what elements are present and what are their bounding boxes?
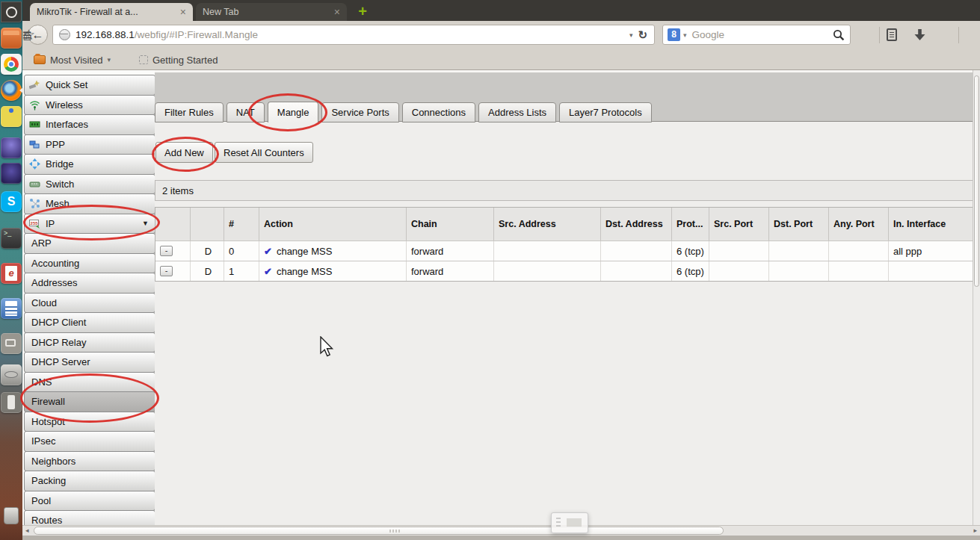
- horizontal-scrollbar-thumb[interactable]: [34, 527, 724, 535]
- dock-eclipse-icon[interactable]: [1, 137, 22, 158]
- bridge-icon: [29, 158, 40, 170]
- sidebar-item-neighbors[interactable]: Neighbors: [24, 451, 155, 472]
- vertical-scrollbar-thumb[interactable]: [974, 75, 979, 287]
- url-dropdown-icon[interactable]: ▾: [624, 31, 638, 39]
- dock-usb-drive-icon[interactable]: [1, 392, 22, 413]
- column-header: Src. Port: [709, 208, 769, 240]
- tab-layer7-protocols[interactable]: Layer7 Protocols: [559, 102, 652, 122]
- search-placeholder: Google: [692, 29, 725, 40]
- dock-sticky-notes-icon[interactable]: [1, 106, 22, 127]
- dock-document-viewer-icon[interactable]: e: [1, 263, 22, 284]
- sidebar-item-label: ARP: [31, 238, 52, 249]
- sidebar-item-label: DHCP Server: [31, 356, 90, 367]
- dock-files-folder-icon[interactable]: [1, 28, 22, 49]
- dock-chrome-icon[interactable]: [1, 54, 22, 75]
- new-tab-button[interactable]: +: [353, 3, 372, 21]
- sidebar-item-addresses[interactable]: Addresses: [24, 273, 155, 294]
- sidebar-item-label: Quick Set: [46, 79, 87, 90]
- row-action: ✔change MSS: [259, 241, 407, 261]
- dock-firefox-icon[interactable]: [1, 80, 22, 101]
- sidebar-item-label: Accounting: [31, 258, 79, 269]
- reset-all-counters-button[interactable]: Reset All Counters: [215, 142, 313, 163]
- check-icon: ✔: [264, 266, 272, 277]
- mouse-cursor: [320, 336, 335, 361]
- browser-tab-new-tab[interactable]: New Tab ×: [196, 3, 347, 21]
- row-in-interface: all ppp: [889, 241, 979, 261]
- sidebar-item-switch[interactable]: Switch: [24, 174, 155, 195]
- dock-hard-disk-icon[interactable]: [1, 364, 22, 385]
- search-input[interactable]: 8 ▾ Google: [662, 25, 851, 45]
- url-field[interactable]: 192.168.88.1 /webfig/#IP:Firewall.Mangle…: [52, 25, 655, 45]
- firewall-tabs: Filter Rules NAT Mangle Service Ports Co…: [155, 102, 652, 122]
- sidebar-item-ppp[interactable]: PPP: [24, 134, 155, 155]
- sidebar-item-dhcp-relay[interactable]: DHCP Relay: [24, 332, 155, 353]
- switch-icon: [29, 179, 40, 190]
- sidebar-item-packing[interactable]: Packing: [24, 471, 155, 491]
- dock-terminal-icon[interactable]: >_: [1, 228, 22, 249]
- sidebar-item-dhcp-server[interactable]: DHCP Server: [24, 352, 155, 373]
- row-src-port: [709, 241, 769, 261]
- search-icon[interactable]: [833, 29, 845, 41]
- scroll-left-arrow-icon[interactable]: ◂: [25, 526, 29, 536]
- dock-workspace-switcher-icon[interactable]: [1, 333, 22, 354]
- sidebar-item-bridge[interactable]: Bridge: [24, 154, 155, 175]
- search-engine-dropdown-icon[interactable]: ▾: [683, 31, 687, 39]
- reload-icon[interactable]: ↻: [638, 28, 654, 42]
- sidebar-item-label: Neighbors: [31, 456, 75, 467]
- browser-tab-title: New Tab: [203, 7, 328, 17]
- scrollbar-grip-icon: [389, 530, 401, 533]
- dock-trash-icon[interactable]: [1, 505, 22, 526]
- collapse-row-button[interactable]: -: [160, 266, 173, 276]
- browser-tab-mikrotik[interactable]: MikroTik - Firewall at a... ×: [30, 3, 193, 21]
- search-engine-icon[interactable]: 8: [668, 28, 680, 41]
- tab-service-ports[interactable]: Service Ports: [321, 102, 398, 122]
- table-row[interactable]: - D 1 ✔change MSS forward 6 (tcp): [155, 261, 979, 281]
- vertical-scrollbar[interactable]: [973, 70, 980, 536]
- sidebar-item-label: Wireless: [46, 99, 83, 111]
- bookmark-getting-started[interactable]: Getting Started: [139, 53, 218, 66]
- dock-skype-icon[interactable]: S: [1, 191, 22, 212]
- dock-libreoffice-writer-icon[interactable]: [1, 298, 22, 319]
- bookmarks-menu-icon[interactable]: [887, 28, 897, 41]
- dock-eclipse-alt-icon[interactable]: [1, 163, 22, 184]
- menu-icon[interactable]: ≡: [22, 26, 31, 44]
- sidebar-item-dhcp-client[interactable]: DHCP Client: [24, 312, 155, 333]
- tab-filter-rules[interactable]: Filter Rules: [155, 102, 224, 122]
- browser-nav-bar: ← 192.168.88.1 /webfig/#IP:Firewall.Mang…: [22, 21, 980, 49]
- firewall-content: Filter Rules NAT Mangle Service Ports Co…: [155, 70, 980, 540]
- column-header: Prot...: [672, 208, 709, 240]
- tab-address-lists[interactable]: Address Lists: [478, 102, 556, 122]
- webfig-sidebar: Quick Set Wireless Interfaces PPP Bridge…: [24, 75, 155, 530]
- bookmark-most-visited[interactable]: Most Visited ▾: [34, 53, 111, 66]
- sidebar-item-pool[interactable]: Pool: [24, 491, 155, 512]
- table-row[interactable]: - D 0 ✔change MSS forward 6 (tcp) all pp…: [155, 240, 979, 261]
- browser-chrome: MikroTik - Firewall at a... × New Tab × …: [22, 0, 980, 70]
- row-chain: forward: [407, 261, 494, 281]
- sidebar-item-cloud[interactable]: Cloud: [24, 293, 155, 314]
- close-icon[interactable]: ×: [334, 6, 340, 18]
- sidebar-item-accounting[interactable]: Accounting: [24, 253, 155, 274]
- dock-focused-arrow-icon: [19, 87, 23, 93]
- tab-connections[interactable]: Connections: [402, 102, 475, 122]
- sidebar-item-wireless[interactable]: Wireless: [24, 95, 155, 116]
- quickset-icon: [29, 79, 40, 90]
- sidebar-item-ipsec[interactable]: IPsec: [24, 431, 155, 452]
- close-icon[interactable]: ×: [180, 6, 186, 18]
- column-header: Chain: [407, 208, 494, 240]
- row-dst-address: [601, 241, 672, 261]
- horizontal-scrollbar[interactable]: ◂ ▸: [22, 525, 980, 536]
- row-dst-port: [769, 241, 829, 261]
- collapse-row-button[interactable]: -: [160, 246, 173, 256]
- sidebar-item-label: Cloud: [31, 297, 57, 308]
- downloads-icon[interactable]: [913, 28, 926, 42]
- row-src-port: [709, 261, 769, 281]
- column-header: Dst. Port: [769, 208, 829, 240]
- row-number: 1: [224, 261, 259, 281]
- url-path: /webfig/#IP:Firewall.Mangle: [135, 29, 258, 40]
- scroll-right-arrow-icon[interactable]: ▸: [973, 526, 977, 536]
- sidebar-item-label: DHCP Relay: [31, 337, 86, 348]
- sidebar-item-quick-set[interactable]: Quick Set: [24, 75, 155, 96]
- ghost-popup: [551, 512, 588, 533]
- dock-ubuntu-logo-icon[interactable]: [1, 1, 22, 22]
- sidebar-item-interfaces[interactable]: Interfaces: [24, 114, 155, 135]
